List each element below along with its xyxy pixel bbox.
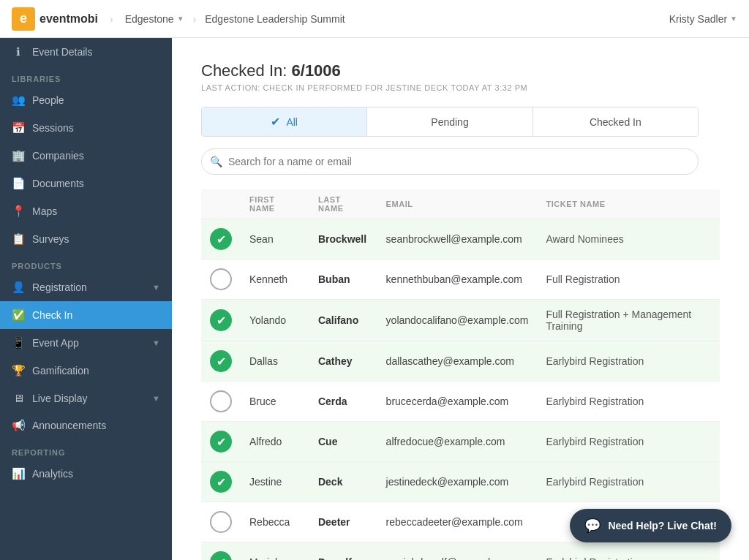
- sidebar-item-registration[interactable]: 👤 Registration ▼: [0, 273, 172, 301]
- status-cell[interactable]: [201, 260, 241, 300]
- sidebar-label-sessions: Sessions: [32, 122, 74, 134]
- live-chat-button[interactable]: 💬 Need Help? Live Chat!: [570, 509, 731, 542]
- logo-icon: e: [12, 7, 35, 31]
- status-cell[interactable]: ✔: [201, 422, 241, 462]
- sidebar-item-eventapp[interactable]: 📱 Event App ▼: [0, 329, 172, 357]
- sessions-icon: 📅: [12, 121, 25, 135]
- sidebar-item-sessions[interactable]: 📅 Sessions: [0, 114, 172, 142]
- sidebar-label-eventapp: Event App: [32, 337, 79, 349]
- sidebar-item-maps[interactable]: 📍 Maps: [0, 197, 172, 225]
- status-icon[interactable]: ✔: [210, 431, 232, 453]
- org-selector[interactable]: Edgestone ▼: [125, 13, 184, 25]
- maps-icon: 📍: [12, 205, 25, 218]
- status-icon[interactable]: [210, 268, 232, 290]
- registration-arrow-icon: ▼: [152, 283, 160, 292]
- user-chevron-icon: ▼: [730, 15, 737, 23]
- sidebar-item-documents[interactable]: 📄 Documents: [0, 170, 172, 197]
- search-bar: 🔍: [201, 148, 699, 175]
- lastname-cell: Brockwell: [309, 219, 377, 260]
- sidebar-item-checkin[interactable]: ✅ Check In: [0, 301, 172, 329]
- table-row[interactable]: ✔ Sean Brockwell seanbrockwell@example.c…: [201, 219, 720, 260]
- sidebar-label-documents: Documents: [32, 178, 84, 189]
- tab-checkedin[interactable]: Checked In: [533, 107, 698, 136]
- filter-tabs: ✔ All Pending Checked In: [201, 107, 699, 137]
- status-cell[interactable]: ✔: [201, 462, 241, 502]
- table-row[interactable]: ✔ Yolando Califano yolandocalifano@examp…: [201, 300, 720, 341]
- tab-pending[interactable]: Pending: [367, 107, 532, 136]
- main-layout: ℹ Event Details LIBRARIES 👥 People 📅 Ses…: [0, 38, 749, 560]
- registration-icon: 👤: [12, 281, 25, 294]
- sidebar-item-companies[interactable]: 🏢 Companies: [0, 142, 172, 170]
- sidebar-label-checkin: Check In: [32, 309, 72, 321]
- sidebar-item-event-details[interactable]: ℹ Event Details: [0, 38, 172, 66]
- status-icon[interactable]: ✔: [210, 228, 232, 250]
- status-icon[interactable]: ✔: [210, 471, 232, 493]
- status-icon[interactable]: ✔: [210, 309, 232, 331]
- sidebar-section-libraries: LIBRARIES: [0, 66, 172, 86]
- firstname-cell: Alfredo: [241, 422, 309, 462]
- firstname-cell: Sean: [241, 219, 309, 260]
- sidebar-label-surveys: Surveys: [32, 233, 69, 245]
- checked-in-label: Checked In:: [201, 61, 287, 80]
- logo[interactable]: e eventmobi: [12, 7, 98, 31]
- user-menu[interactable]: Kristy Sadler ▼: [669, 13, 737, 25]
- ticket-cell: Earlybird Registration: [537, 542, 720, 561]
- ticket-cell: Full Registration + Management Training: [537, 300, 720, 341]
- sidebar-item-announcements[interactable]: 📢 Announcements: [0, 412, 172, 439]
- table-header-row: FIRST NAME LAST NAME EMAIL TICKET NAME: [201, 189, 720, 219]
- status-cell[interactable]: ✔: [201, 341, 241, 382]
- ticket-cell: Earlybird Registration: [537, 341, 720, 382]
- table-row[interactable]: Kenneth Buban kennethbuban@example.com F…: [201, 260, 720, 300]
- sidebar-item-livedisplay[interactable]: 🖥 Live Display ▼: [0, 385, 172, 412]
- sidebar-label-maps: Maps: [32, 205, 57, 217]
- search-input[interactable]: [201, 148, 699, 175]
- tab-all[interactable]: ✔ All: [202, 107, 367, 136]
- ticket-cell: Full Registration: [537, 260, 720, 300]
- lastname-cell: Dewolf: [309, 542, 377, 561]
- firstname-cell: Dallas: [241, 341, 309, 382]
- org-name: Edgestone: [125, 13, 174, 25]
- table-row[interactable]: ✔ Mariah Dewolf mariahdewolf@example.com…: [201, 542, 720, 561]
- table-row[interactable]: ✔ Jestine Deck jestinedeck@example.com E…: [201, 462, 720, 502]
- attendee-table: FIRST NAME LAST NAME EMAIL TICKET NAME ✔…: [201, 189, 720, 560]
- status-icon[interactable]: ✔: [210, 350, 232, 372]
- sidebar-item-people[interactable]: 👥 People: [0, 86, 172, 114]
- last-action: LAST ACTION: CHECK IN PERFORMED FOR JEST…: [201, 83, 720, 92]
- status-icon[interactable]: [210, 390, 232, 412]
- status-cell[interactable]: [201, 502, 241, 542]
- logo-text: eventmobi: [39, 12, 98, 26]
- sidebar-label-event-details: Event Details: [32, 46, 92, 58]
- status-cell[interactable]: [201, 382, 241, 422]
- ticket-cell: Award Nominees: [537, 219, 720, 260]
- status-icon[interactable]: ✔: [210, 551, 232, 560]
- table-row[interactable]: ✔ Alfredo Cue alfredocue@example.com Ear…: [201, 422, 720, 462]
- status-cell[interactable]: ✔: [201, 542, 241, 561]
- sidebar-section-products: PRODUCTS: [0, 253, 172, 273]
- status-cell[interactable]: ✔: [201, 219, 241, 260]
- search-icon: 🔍: [210, 156, 222, 167]
- sidebar-item-gamification[interactable]: 🏆 Gamification: [0, 357, 172, 385]
- sidebar-label-companies: Companies: [32, 150, 84, 162]
- documents-icon: 📄: [12, 177, 25, 190]
- status-cell[interactable]: ✔: [201, 300, 241, 341]
- table-row[interactable]: ✔ Dallas Cathey dallascathey@example.com…: [201, 341, 720, 382]
- sidebar-label-livedisplay: Live Display: [32, 393, 87, 404]
- table-row[interactable]: Bruce Cerda brucecerda@example.com Early…: [201, 382, 720, 422]
- email-cell: rebeccadeeter@example.com: [377, 502, 538, 542]
- tab-pending-label: Pending: [431, 116, 468, 128]
- email-cell: kennethbuban@example.com: [377, 260, 538, 300]
- sidebar-item-surveys[interactable]: 📋 Surveys: [0, 225, 172, 253]
- checkin-icon: ✅: [12, 309, 25, 322]
- firstname-cell: Bruce: [241, 382, 309, 422]
- email-cell: alfredocue@example.com: [377, 422, 538, 462]
- sidebar-label-gamification: Gamification: [32, 365, 89, 377]
- stats-header: Checked In: 6/1006 LAST ACTION: CHECK IN…: [201, 61, 720, 92]
- top-nav: e eventmobi › Edgestone ▼ › Edgestone Le…: [0, 0, 749, 38]
- col-ticket: TICKET NAME: [537, 189, 720, 219]
- ticket-cell: Earlybird Registration: [537, 382, 720, 422]
- col-lastname: LAST NAME: [309, 189, 377, 219]
- status-icon[interactable]: [210, 511, 232, 533]
- sidebar-item-analytics[interactable]: 📊 Analytics: [0, 460, 172, 488]
- livedisplay-arrow-icon: ▼: [152, 394, 160, 403]
- firstname-cell: Mariah: [241, 542, 309, 561]
